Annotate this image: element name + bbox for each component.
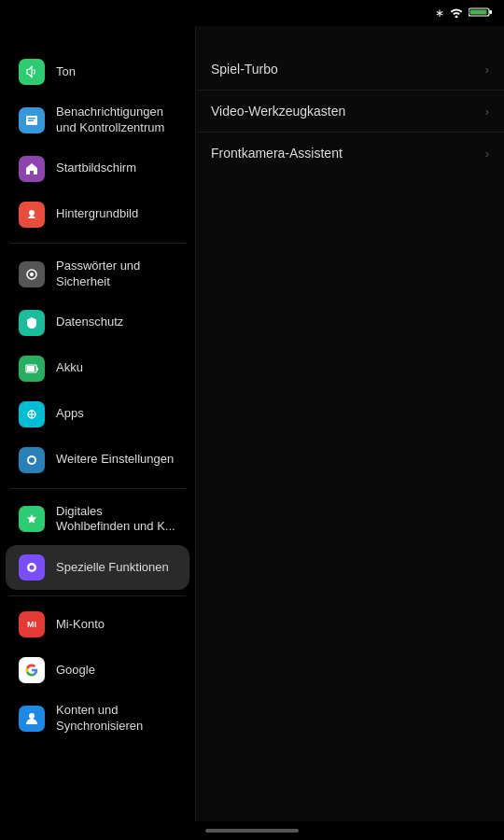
svg-rect-2 — [470, 9, 487, 14]
apps-label: Apps — [56, 406, 84, 422]
sidebar-item-apps[interactable]: Apps — [6, 392, 189, 437]
sidebar-title — [0, 26, 195, 49]
status-bar: ∗ — [0, 0, 504, 26]
spezielle-label: Spezielle Funktionen — [56, 560, 169, 576]
konten-icon — [19, 706, 45, 732]
weitere-label: Weitere Einstellungen — [56, 452, 174, 468]
status-icons: ∗ — [435, 7, 493, 21]
akku-label: Akku — [56, 360, 83, 376]
sidebar-divider-9 — [9, 488, 186, 489]
wifi-icon — [449, 7, 464, 21]
datenschutz-label: Datenschutz — [56, 315, 123, 330]
spezielle-icon — [19, 554, 45, 581]
svg-point-8 — [30, 273, 34, 276]
sidebar-item-google[interactable]: Google — [6, 648, 189, 693]
content-title — [196, 26, 504, 49]
sidebar-item-mi-konto[interactable]: MIMi-Konto — [6, 602, 189, 647]
startbildschirm-label: Startbildschirm — [56, 161, 136, 176]
datenschutz-icon — [19, 310, 45, 336]
sidebar-divider-11 — [9, 595, 186, 596]
sidebar-item-akku[interactable]: Akku — [6, 346, 189, 391]
svg-point-14 — [29, 457, 35, 463]
mi-konto-label: Mi-Konto — [56, 617, 105, 633]
digitales-label: Digitales Wohlbefinden und K... — [56, 504, 176, 536]
main-layout: TonBenachrichtigungen und Kontrollzentru… — [0, 26, 504, 821]
mi-konto-icon: MI — [19, 611, 45, 637]
sidebar-item-hintergrundbild[interactable]: Hintergrundbild — [6, 192, 189, 237]
sidebar-item-datenschutz[interactable]: Datenschutz — [6, 301, 189, 345]
sidebar-items-container: TonBenachrichtigungen und Kontrollzentru… — [0, 49, 195, 745]
nav-bar — [0, 821, 504, 840]
video-werkzeugkasten-label: Video-Werkzeugkasten — [211, 104, 345, 119]
content-panel: Spiel-Turbo›Video-Werkzeugkasten›Frontka… — [196, 26, 504, 821]
content-items-container: Spiel-Turbo›Video-Werkzeugkasten›Frontka… — [196, 49, 504, 174]
weitere-icon — [19, 447, 45, 473]
svg-point-17 — [29, 713, 35, 719]
svg-point-16 — [30, 566, 35, 570]
sidebar-item-spezielle[interactable]: Spezielle Funktionen — [6, 545, 189, 590]
content-item-video-werkzeugkasten[interactable]: Video-Werkzeugkasten› — [196, 91, 504, 133]
google-label: Google — [56, 663, 95, 679]
content-item-spiel-turbo[interactable]: Spiel-Turbo› — [196, 49, 504, 91]
sidebar-divider-4 — [9, 243, 186, 244]
passwoerter-icon — [19, 261, 45, 287]
frontkamera-assistent-chevron-icon: › — [485, 147, 489, 161]
sidebar: TonBenachrichtigungen und Kontrollzentru… — [0, 26, 196, 821]
spiel-turbo-label: Spiel-Turbo — [211, 62, 278, 77]
akku-icon — [19, 356, 45, 382]
spiel-turbo-chevron-icon: › — [485, 63, 489, 77]
bluetooth-icon: ∗ — [435, 7, 444, 20]
google-icon — [19, 657, 45, 683]
svg-rect-5 — [28, 119, 34, 121]
nav-indicator — [205, 829, 299, 833]
svg-rect-1 — [490, 10, 493, 14]
hintergrundbild-icon — [19, 202, 45, 228]
sidebar-item-weitere[interactable]: Weitere Einstellungen — [6, 438, 189, 483]
sidebar-item-passwoerter[interactable]: Passwörter und Sicherheit — [6, 249, 189, 300]
sidebar-item-konten[interactable]: Konten und Synchronisieren — [6, 693, 189, 744]
sidebar-item-startbildschirm[interactable]: Startbildschirm — [6, 147, 189, 191]
svg-point-6 — [29, 210, 35, 216]
apps-icon — [19, 401, 45, 427]
sidebar-item-digitales[interactable]: Digitales Wohlbefinden und K... — [6, 495, 189, 545]
sidebar-item-ton[interactable]: Ton — [6, 49, 189, 94]
content-item-frontkamera-assistent[interactable]: Frontkamera-Assistent› — [196, 133, 504, 174]
video-werkzeugkasten-chevron-icon: › — [485, 105, 489, 119]
benachrichtigungen-icon — [19, 107, 45, 133]
benachrichtigungen-label: Benachrichtigungen und Kontrollzentrum — [56, 105, 176, 136]
svg-rect-11 — [27, 366, 35, 371]
digitales-icon — [19, 506, 45, 532]
startbildschirm-icon — [19, 156, 45, 182]
sidebar-item-benachrichtigungen[interactable]: Benachrichtigungen und Kontrollzentrum — [6, 95, 189, 146]
passwoerter-label: Passwörter und Sicherheit — [56, 259, 176, 290]
status-time — [11, 7, 17, 21]
ton-icon — [19, 59, 45, 85]
hintergrundbild-label: Hintergrundbild — [56, 206, 138, 222]
ton-label: Ton — [56, 64, 76, 80]
svg-rect-4 — [28, 118, 35, 119]
svg-rect-10 — [36, 368, 38, 371]
frontkamera-assistent-label: Frontkamera-Assistent — [211, 146, 343, 161]
konten-label: Konten und Synchronisieren — [56, 703, 176, 735]
battery-icon — [469, 7, 493, 21]
